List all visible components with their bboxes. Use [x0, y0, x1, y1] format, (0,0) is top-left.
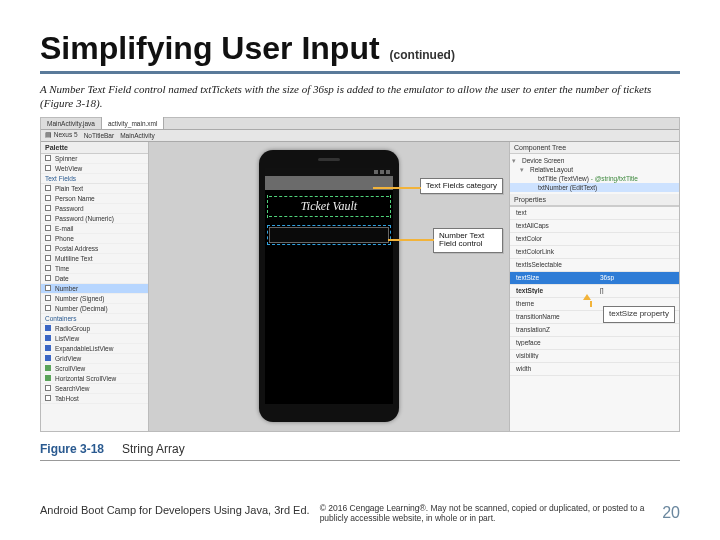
component-tree-title: Component Tree	[510, 142, 679, 154]
palette-item[interactable]: Phone	[41, 234, 148, 244]
properties-title: Properties	[510, 194, 679, 206]
ide-screenshot: MainActivity.java activity_main.xml ▤ Ne…	[40, 117, 680, 432]
palette-item[interactable]: Date	[41, 274, 148, 284]
palette-item[interactable]: Plain Text	[41, 184, 148, 194]
palette-item[interactable]: GridView	[41, 354, 148, 364]
editor-tabs: MainActivity.java activity_main.xml	[41, 118, 679, 130]
slide-title: Simplifying User Input	[40, 30, 380, 67]
figure-label: Figure 3-18 String Array	[40, 442, 680, 461]
footer-copyright: © 2016 Cengage Learning®. May not be sca…	[320, 504, 653, 524]
property-row[interactable]: textAllCaps	[510, 220, 679, 233]
design-surface[interactable]: Ticket Vault Text Fields category Number…	[149, 142, 509, 431]
palette-pane: Palette Spinner WebView Text Fields Plai…	[41, 142, 149, 431]
property-row[interactable]: textStyle[]	[510, 285, 679, 298]
figure-caption: A Number Text Field control named txtTic…	[40, 82, 680, 111]
title-rule	[40, 71, 680, 74]
property-row[interactable]: text	[510, 207, 679, 220]
component-tree: ▾Device Screen ▾RelativeLayout txtTitle …	[510, 154, 679, 194]
palette-item[interactable]: Number (Signed)	[41, 294, 148, 304]
property-row[interactable]: translationZ	[510, 324, 679, 337]
property-row[interactable]: textColor	[510, 233, 679, 246]
status-bar	[265, 168, 393, 176]
palette-item[interactable]: ExpandableListView	[41, 344, 148, 354]
figure-name: String Array	[122, 442, 185, 456]
property-row[interactable]: textIsSelectable	[510, 259, 679, 272]
footer-page-number: 20	[662, 504, 680, 522]
palette-item[interactable]: Horizontal ScrollView	[41, 374, 148, 384]
design-toolbar: ▤ Nexus 5 NoTitleBar MainActivity	[41, 130, 679, 142]
palette-item[interactable]: Password	[41, 204, 148, 214]
palette-item[interactable]: Person Name	[41, 194, 148, 204]
palette-item[interactable]: SearchView	[41, 384, 148, 394]
palette-item[interactable]: ScrollView	[41, 364, 148, 374]
right-pane: Component Tree ▾Device Screen ▾RelativeL…	[509, 142, 679, 431]
property-row[interactable]: visibility	[510, 350, 679, 363]
palette-item[interactable]: ListView	[41, 334, 148, 344]
property-row[interactable]: textColorLink	[510, 246, 679, 259]
tab-activity-main-xml[interactable]: activity_main.xml	[102, 117, 164, 129]
property-row-textsize[interactable]: textSize36sp	[510, 272, 679, 285]
device-frame: Ticket Vault	[259, 150, 399, 422]
palette-item[interactable]: WebView	[41, 164, 148, 174]
palette-item[interactable]: RadioGroup	[41, 324, 148, 334]
palette-title: Palette	[41, 142, 148, 154]
device-selector[interactable]: ▤ Nexus 5	[45, 131, 78, 139]
figure-number: Figure 3-18	[40, 442, 104, 456]
tree-row-selected[interactable]: txtNumber (EditText)	[510, 183, 679, 192]
tree-row[interactable]: txtTitle (TextView) - @string/txtTitle	[510, 174, 679, 183]
callout-textsize-property: textSize property	[603, 306, 675, 323]
continued-label: (continued)	[390, 48, 455, 62]
number-text-field[interactable]	[269, 227, 389, 243]
footer-book-title: Android Boot Camp for Developers Using J…	[40, 504, 310, 516]
palette-group-containers[interactable]: Containers	[41, 314, 148, 324]
tab-mainactivity[interactable]: MainActivity.java	[41, 117, 102, 129]
callout-number-text-field: Number Text Field control	[433, 228, 503, 254]
palette-item[interactable]: TabHost	[41, 394, 148, 404]
callout-text-fields-category: Text Fields category	[420, 178, 503, 195]
property-row[interactable]: typeface	[510, 337, 679, 350]
app-title-textview[interactable]: Ticket Vault	[269, 196, 389, 217]
palette-item[interactable]: Spinner	[41, 154, 148, 164]
palette-item[interactable]: Password (Numeric)	[41, 214, 148, 224]
palette-item[interactable]: E-mail	[41, 224, 148, 234]
palette-item[interactable]: Multiline Text	[41, 254, 148, 264]
tree-row[interactable]: ▾RelativeLayout	[510, 165, 679, 174]
property-row[interactable]: width	[510, 363, 679, 376]
slide-footer: Android Boot Camp for Developers Using J…	[40, 504, 680, 524]
palette-group-text-fields[interactable]: Text Fields	[41, 174, 148, 184]
tree-row[interactable]: ▾Device Screen	[510, 156, 679, 165]
palette-item-number[interactable]: Number	[41, 284, 148, 294]
palette-item[interactable]: Number (Decimal)	[41, 304, 148, 314]
activity-selector[interactable]: MainActivity	[120, 132, 155, 139]
palette-item[interactable]: Time	[41, 264, 148, 274]
theme-selector[interactable]: NoTitleBar	[84, 132, 114, 139]
palette-item[interactable]: Postal Address	[41, 244, 148, 254]
